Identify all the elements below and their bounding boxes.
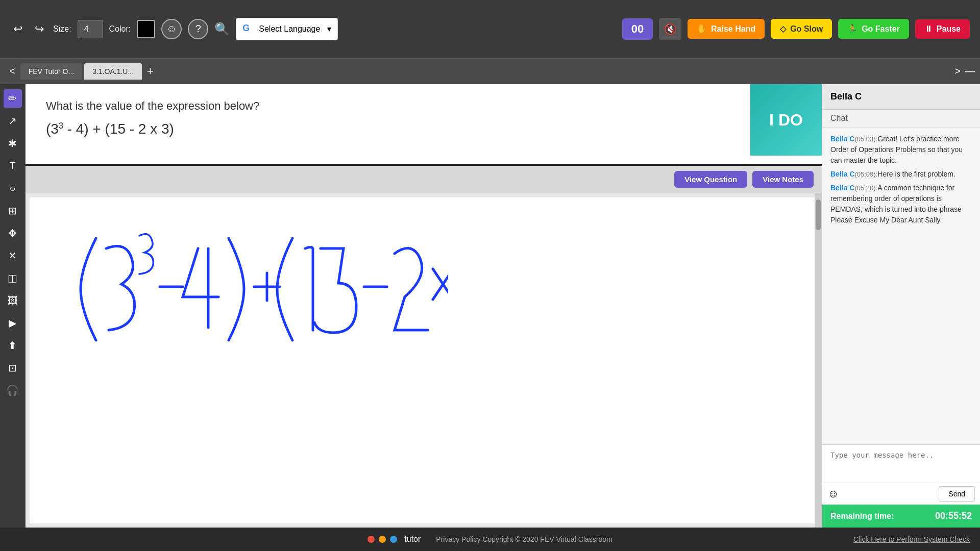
raise-hand-button[interactable]: ✋ Raise Hand xyxy=(688,19,765,39)
tab-prev-button[interactable]: < xyxy=(5,63,19,79)
google-icon: G xyxy=(242,23,255,35)
pause-icon: ⏸ xyxy=(924,24,933,34)
headset-tool[interactable]: 🎧 xyxy=(4,381,22,399)
tabbar: < FEV Tutor O... 3.1.OA.1.U... + > — xyxy=(0,59,980,84)
go-slow-label: Go Slow xyxy=(790,24,823,34)
layout-tool[interactable]: ⊡ xyxy=(4,359,22,377)
question-text-block: What is the value of the expression belo… xyxy=(46,99,801,137)
message-input-area: ☺ Send xyxy=(822,444,980,505)
language-selector[interactable]: G Select Language ▾ xyxy=(236,18,338,40)
tab-next-button[interactable]: > xyxy=(950,63,965,79)
raise-hand-icon: ✋ xyxy=(697,24,707,34)
pause-button[interactable]: ⏸ Pause xyxy=(915,19,970,39)
chat-timestamp: (05:03): xyxy=(854,135,877,143)
remaining-time-value: 00:55:52 xyxy=(935,511,972,521)
move-tool[interactable]: ✥ xyxy=(4,224,22,242)
language-dropdown-icon: ▾ xyxy=(327,24,331,34)
view-question-button[interactable]: View Question xyxy=(674,171,747,188)
chat-label: Chat xyxy=(822,110,980,128)
text-tool[interactable]: T xyxy=(4,157,22,175)
chat-timestamp: (05:09): xyxy=(854,170,877,178)
logo-dot-red xyxy=(368,536,375,543)
left-toolbar: ✏ ↗ ✱ T ○ ⊞ ✥ ✕ ◫ 🖼 ▶ ⬆ ⊡ 🎧 xyxy=(0,84,26,528)
color-picker[interactable] xyxy=(137,20,155,38)
content-area: What is the value of the expression belo… xyxy=(26,84,822,528)
minimize-button[interactable]: — xyxy=(965,65,975,77)
question-title: What is the value of the expression belo… xyxy=(46,99,801,113)
logo-dot-blue xyxy=(390,536,397,543)
ido-badge: I DO xyxy=(750,84,822,156)
system-check-link[interactable]: Click Here to Perform System Check xyxy=(853,535,970,543)
close-tool[interactable]: ✕ xyxy=(4,246,22,265)
whiteboard-scrollbar[interactable] xyxy=(815,193,822,528)
remaining-time-label: Remaining time: xyxy=(830,512,894,521)
question-expression: (33 - 4) + (15 - 2 x 3) xyxy=(46,121,801,137)
eraser-tool[interactable]: ◫ xyxy=(4,269,22,287)
circle-tool[interactable]: ○ xyxy=(4,179,22,197)
go-faster-button[interactable]: 🏃 Go Faster xyxy=(838,19,909,39)
pause-label: Pause xyxy=(937,24,961,34)
chat-messages: Bella C(05:03):Great! Let's practice mor… xyxy=(822,128,980,444)
size-input[interactable] xyxy=(78,20,103,38)
message-input[interactable] xyxy=(822,445,980,481)
logo-dot-yellow xyxy=(379,536,386,543)
chat-text: Here is the first problem. xyxy=(877,170,955,178)
math-drawing xyxy=(60,208,448,371)
size-label: Size: xyxy=(53,24,71,34)
main-content: ✏ ↗ ✱ T ○ ⊞ ✥ ✕ ◫ 🖼 ▶ ⬆ ⊡ 🎧 What is the … xyxy=(0,84,980,528)
emoji-button[interactable]: ☺ xyxy=(161,19,182,39)
footer: tutor Privacy Policy Copyright © 2020 FE… xyxy=(0,528,980,551)
right-panel: Bella C Chat Bella C(05:03):Great! Let's… xyxy=(822,84,980,528)
grid-tool[interactable]: ⊞ xyxy=(4,202,22,220)
mute-button[interactable]: 🔇 xyxy=(659,18,681,40)
go-slow-button[interactable]: ◇ Go Slow xyxy=(771,19,832,39)
chat-username: Bella C xyxy=(830,184,854,192)
chat-username: Bella C xyxy=(830,135,854,143)
go-faster-label: Go Faster xyxy=(862,24,900,34)
redo-button[interactable]: ↪ xyxy=(32,20,47,38)
help-button[interactable]: ? xyxy=(188,19,208,39)
chat-message: Bella C(05:20):A common technique for re… xyxy=(830,183,972,226)
emoji-picker-button[interactable]: ☺ xyxy=(827,487,839,500)
chat-username: Bella C xyxy=(830,170,854,178)
view-notes-button[interactable]: View Notes xyxy=(752,171,814,188)
chat-timestamp: (05:20): xyxy=(854,184,877,192)
logo-text: tutor xyxy=(404,535,421,544)
video-tool[interactable]: ▶ xyxy=(4,314,22,332)
toolbar: ↩ ↪ Size: Color: ☺ ? 🔍 G Select Language… xyxy=(0,0,980,59)
whiteboard[interactable] xyxy=(30,197,818,523)
chat-message: Bella C(05:03):Great! Let's practice mor… xyxy=(830,134,972,166)
whiteboard-container: View Question View Notes xyxy=(26,166,822,528)
star-tool[interactable]: ✱ xyxy=(4,134,22,153)
image-tool[interactable]: 🖼 xyxy=(4,291,22,310)
pencil-tool[interactable]: ✏ xyxy=(4,89,22,108)
language-label: Select Language xyxy=(259,24,320,34)
search-button[interactable]: 🔍 xyxy=(214,22,230,36)
footer-logo: tutor xyxy=(368,535,421,544)
tab-add-button[interactable]: + xyxy=(143,63,158,80)
send-button[interactable]: Send xyxy=(939,486,975,502)
scrollbar-thumb[interactable] xyxy=(816,199,821,230)
session-timer: 00 xyxy=(622,18,653,40)
ido-label: I DO xyxy=(769,111,803,130)
undo-button[interactable]: ↩ xyxy=(10,20,26,38)
user-header: Bella C xyxy=(822,84,980,110)
go-faster-icon: 🏃 xyxy=(847,24,857,34)
arrow-tool[interactable]: ↗ xyxy=(4,112,22,130)
question-area: What is the value of the expression belo… xyxy=(26,84,822,166)
raise-hand-label: Raise Hand xyxy=(711,24,755,34)
tab-fev-tutor[interactable]: FEV Tutor O... xyxy=(20,63,82,80)
upload-tool[interactable]: ⬆ xyxy=(4,336,22,355)
color-label: Color: xyxy=(109,24,131,34)
footer-copyright: Privacy Policy Copyright © 2020 FEV Virt… xyxy=(436,535,612,543)
chat-input-bar: ☺ Send xyxy=(822,483,980,505)
tab-oa[interactable]: 3.1.OA.1.U... xyxy=(84,63,142,80)
go-slow-icon: ◇ xyxy=(780,24,786,34)
chat-message: Bella C(05:09):Here is the first problem… xyxy=(830,169,972,180)
timer-bar: Remaining time: 00:55:52 xyxy=(822,505,980,528)
whiteboard-toolbar: View Question View Notes xyxy=(26,166,822,193)
